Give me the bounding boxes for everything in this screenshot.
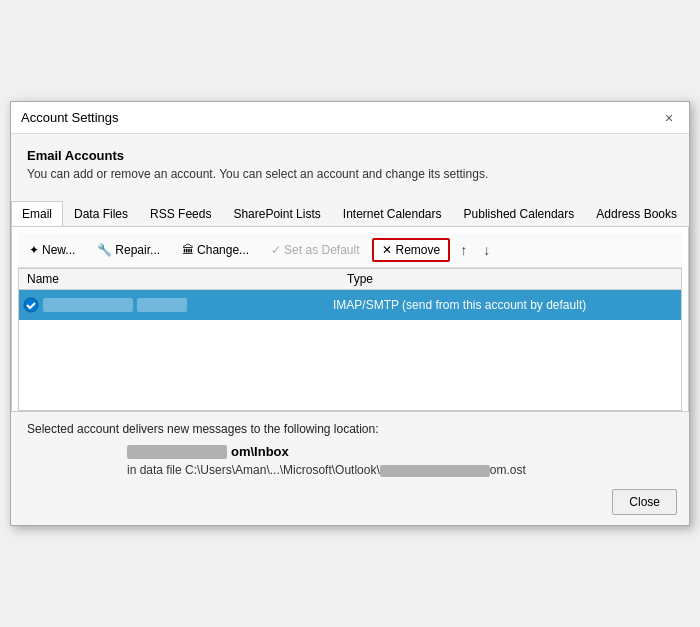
- name-column-header: Name: [27, 272, 347, 286]
- default-account-check: [23, 297, 43, 313]
- set-default-button[interactable]: ✓ Set as Default: [262, 239, 368, 261]
- new-button[interactable]: ✦ New...: [20, 239, 84, 261]
- table-row[interactable]: IMAP/SMTP (send from this account by def…: [19, 290, 681, 320]
- move-down-button[interactable]: ↓: [477, 238, 496, 262]
- svg-point-0: [24, 298, 38, 312]
- repair-icon: 🔧: [97, 243, 112, 257]
- account-name-blur-1: [43, 298, 133, 312]
- section-description: You can add or remove an account. You ca…: [27, 167, 673, 181]
- close-button[interactable]: Close: [612, 489, 677, 515]
- datafile-line: in data file C:\Users\Aman\...\Microsoft…: [127, 463, 673, 477]
- empty-table-area: [19, 320, 681, 410]
- tab-content-area: ✦ New... 🔧 Repair... 🏛 Change... ✓ Set a…: [11, 227, 689, 412]
- tab-rss-feeds[interactable]: RSS Feeds: [139, 201, 222, 226]
- dialog-title: Account Settings: [21, 110, 119, 125]
- tab-address-books[interactable]: Address Books: [585, 201, 688, 226]
- dialog-footer: Close: [11, 481, 689, 525]
- title-bar: Account Settings ×: [11, 102, 689, 134]
- tab-internet-calendars[interactable]: Internet Calendars: [332, 201, 453, 226]
- window-close-button[interactable]: ×: [659, 108, 679, 128]
- tab-email[interactable]: Email: [11, 201, 63, 227]
- change-button[interactable]: 🏛 Change...: [173, 239, 258, 261]
- tab-published-calendars[interactable]: Published Calendars: [453, 201, 586, 226]
- datafile-name-blur: [380, 465, 490, 477]
- location-name-blur: [127, 445, 227, 459]
- deliver-section: Selected account delivers new messages t…: [11, 412, 689, 481]
- deliver-location-row: om\Inbox: [127, 444, 673, 459]
- remove-button[interactable]: ✕ Remove: [372, 238, 450, 262]
- tab-sharepoint-lists[interactable]: SharePoint Lists: [222, 201, 331, 226]
- type-column-header: Type: [347, 272, 373, 286]
- repair-button[interactable]: 🔧 Repair...: [88, 239, 169, 261]
- account-settings-dialog: Account Settings × Email Accounts You ca…: [10, 101, 690, 526]
- account-name-blur-2: [137, 298, 187, 312]
- account-type-cell: IMAP/SMTP (send from this account by def…: [333, 298, 586, 312]
- account-name-cell: [43, 298, 333, 312]
- move-up-button[interactable]: ↑: [454, 238, 473, 262]
- accounts-table: Name Type IMAP/SMTP (send from this acco…: [18, 268, 682, 411]
- table-header: Name Type: [19, 269, 681, 290]
- deliver-description: Selected account delivers new messages t…: [27, 422, 673, 436]
- remove-x-icon: ✕: [382, 243, 392, 257]
- tabs-container: Email Data Files RSS Feeds SharePoint Li…: [11, 201, 689, 227]
- section-title: Email Accounts: [27, 148, 673, 163]
- dialog-body: Email Accounts You can add or remove an …: [11, 134, 689, 201]
- new-icon: ✦: [29, 243, 39, 257]
- change-icon: 🏛: [182, 243, 194, 257]
- location-inbox-text: om\Inbox: [231, 444, 289, 459]
- set-default-icon: ✓: [271, 243, 281, 257]
- toolbar: ✦ New... 🔧 Repair... 🏛 Change... ✓ Set a…: [18, 233, 682, 268]
- tab-data-files[interactable]: Data Files: [63, 201, 139, 226]
